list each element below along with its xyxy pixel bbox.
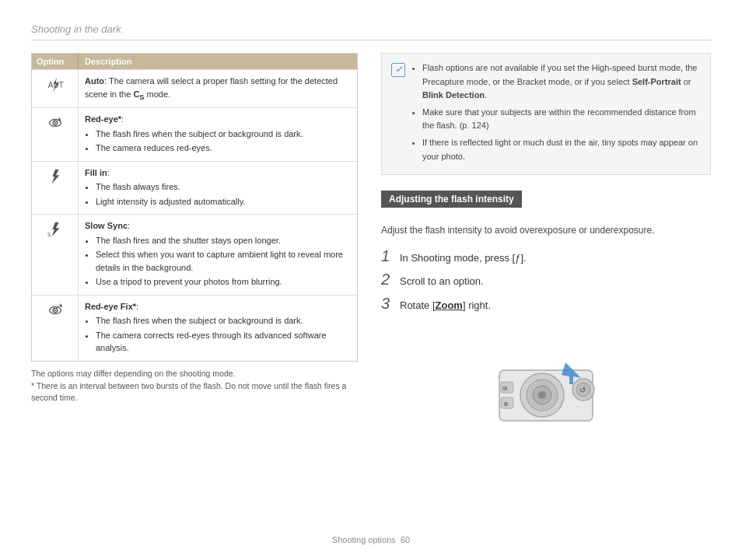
page: Shooting in the dark Option Description … (0, 0, 742, 560)
step-number-1: 1 (381, 248, 394, 264)
list-item: The flash fires when the subject or back… (96, 128, 351, 141)
step-number-3: 3 (381, 296, 394, 311)
camera-diagram-svg: ↺ ⊞ ⊕ (484, 339, 608, 425)
note-box: ✓ Flash options are not available if you… (381, 53, 711, 175)
icon-cell-fill (32, 162, 79, 215)
list-item: Select this when you want to capture amb… (96, 248, 351, 274)
list-item: Flash options are not available if you s… (422, 61, 701, 103)
table-header: Option Description (32, 54, 357, 69)
step-number-2: 2 (381, 271, 394, 287)
list-item: Light intensity is adjusted automaticall… (96, 195, 351, 208)
redeye-title: Red-eye* (85, 114, 121, 124)
desc-cell-redeye: Red-eye*: The flash fires when the subje… (79, 108, 357, 161)
svg-text:⊕: ⊕ (503, 401, 509, 408)
left-column: Option Description AUTO Auto: The camera… (31, 53, 358, 527)
icon-cell-slowsync: S (32, 215, 79, 295)
red-eye-fix-icon (47, 302, 64, 319)
desc-cell-auto: Auto: The camera will select a proper fl… (79, 70, 357, 107)
fill-flash-icon (47, 168, 64, 185)
svg-marker-6 (51, 170, 59, 184)
right-column: ✓ Flash options are not available if you… (381, 53, 711, 527)
table-row: Fill in: The flash always fires. Light i… (32, 161, 357, 215)
step-text-3: Rotate [Zoom] right. (400, 299, 491, 313)
list-item: The flash fires when the subject or back… (96, 314, 351, 327)
list-item: If there is reflected light or much dust… (422, 136, 701, 163)
step-list: 1 In Shooting mode, press [ƒ]. 2 Scroll … (381, 248, 711, 319)
desc-cell-redeyefix: Red-eye Fix*: The flash fires when the s… (79, 296, 357, 361)
svg-text:⊞: ⊞ (502, 385, 508, 392)
section-intro: Adjust the flash intensity to avoid over… (381, 223, 711, 237)
footnote-1: The options may differ depending on the … (31, 368, 358, 380)
step-item-2: 2 Scroll to an option. (381, 271, 711, 289)
fill-list: The flash always fires. Light intensity … (85, 180, 351, 208)
footer-page: 60 (401, 535, 410, 544)
desc-cell-slowsync: Slow Sync: The flash fires and the shutt… (79, 215, 357, 295)
list-item: The camera reduces red-eyes. (96, 142, 351, 155)
col-description-header: Description (79, 54, 357, 69)
desc-cell-fill: Fill in: The flash always fires. Light i… (79, 162, 357, 215)
camera-diagram: ↺ ⊞ ⊕ (381, 339, 711, 425)
page-header: Shooting in the dark (31, 23, 711, 40)
note-content: Flash options are not available if you s… (411, 61, 701, 166)
table-row: S Slow Sync: The flash fires and the shu… (32, 214, 357, 295)
table-row: Red-eye Fix*: The flash fires when the s… (32, 295, 357, 361)
note-icon: ✓ (391, 63, 405, 77)
list-item: Make sure that your subjects are within … (422, 106, 701, 133)
svg-marker-7 (51, 222, 59, 236)
step-text-1: In Shooting mode, press [ƒ]. (400, 251, 527, 265)
icon-cell-redeyefix (32, 296, 79, 361)
redeye-list: The flash fires when the subject or back… (85, 128, 351, 155)
svg-text:↺: ↺ (579, 386, 586, 394)
red-eye-icon (47, 114, 64, 131)
slowsync-list: The flash fires and the shutter stays op… (85, 234, 351, 289)
col-option-header: Option (32, 54, 79, 69)
auto-flash-icon: AUTO (47, 76, 64, 93)
list-item: The flash always fires. (96, 180, 351, 194)
redeyefix-title: Red-eye Fix* (85, 302, 136, 311)
list-item: The camera corrects red-eyes through its… (96, 329, 351, 355)
svg-marker-5 (58, 117, 61, 121)
svg-marker-12 (59, 303, 62, 307)
options-table: Option Description AUTO Auto: The camera… (31, 53, 358, 362)
list-item: The flash fires and the shutter stays op… (96, 234, 351, 247)
footnote-2: * There is an interval between two burst… (31, 380, 358, 405)
slowsync-title: Slow Sync (85, 221, 128, 230)
footnote-area: The options may differ depending on the … (31, 368, 358, 404)
svg-point-4 (54, 122, 55, 124)
svg-point-18 (538, 391, 546, 399)
table-row: Red-eye*: The flash fires when the subje… (32, 107, 357, 161)
step-item-1: 1 In Shooting mode, press [ƒ]. (381, 248, 711, 265)
fill-title: Fill in (85, 168, 107, 177)
slow-sync-icon: S (47, 221, 64, 238)
auto-title: Auto (85, 76, 104, 86)
footer-text: Shooting options (332, 535, 396, 544)
content-area: Option Description AUTO Auto: The camera… (31, 53, 711, 527)
icon-cell-auto: AUTO (32, 70, 79, 107)
step-text-2: Scroll to an option. (400, 275, 484, 289)
svg-point-11 (54, 310, 55, 311)
section-heading-wrapper: Adjusting the flash intensity (381, 191, 711, 215)
page-footer: Shooting options 60 (31, 527, 711, 544)
page-title: Shooting in the dark (31, 23, 121, 35)
table-row: AUTO Auto: The camera will select a prop… (32, 69, 357, 107)
redeyefix-list: The flash fires when the subject or back… (85, 314, 351, 355)
section-heading: Adjusting the flash intensity (381, 191, 522, 208)
step-item-3: 3 Rotate [Zoom] right. (381, 296, 711, 313)
icon-cell-redeye (32, 108, 79, 161)
list-item: Use a tripod to prevent your photos from… (96, 275, 351, 289)
svg-text:S: S (47, 233, 50, 238)
